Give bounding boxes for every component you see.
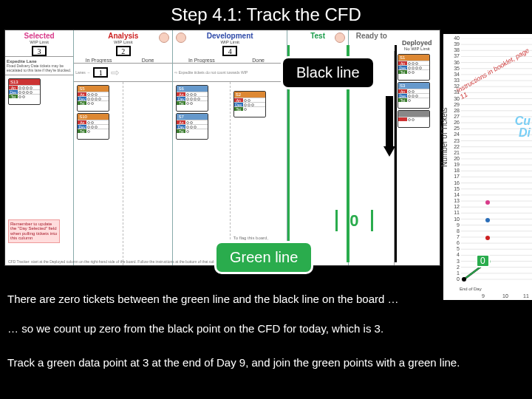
callout-green-line: Green line (214, 241, 313, 274)
caption-2: … so we count up zero from the black poi… (7, 322, 383, 335)
card-s3: S3 An Dev Tst (398, 82, 430, 109)
col-dev-sub: WIP Limit (173, 40, 287, 44)
ytick-31: 31 (449, 89, 460, 95)
r: Tst (78, 101, 86, 105)
card-s6: S6 An Dev Tst (176, 85, 208, 112)
expedite-note: Fixed Delivery Date tickets may be escal… (7, 64, 72, 72)
ytick-14: 14 (449, 192, 460, 197)
black-arrow-shaft (386, 96, 393, 148)
ytick-15: 15 (449, 186, 460, 191)
r: An (398, 89, 407, 93)
ytick-2: 2 (449, 265, 460, 270)
ytick-9: 9 (449, 222, 460, 228)
r: An (177, 120, 185, 124)
stage: Selected WIP Limit 3 Expedite Lane Fixed… (0, 28, 532, 398)
r: Dev (78, 97, 86, 100)
wip-analysis: 2 (116, 46, 131, 56)
r: An (78, 92, 86, 96)
ytick-35: 35 (449, 66, 460, 71)
r: Tst (234, 107, 243, 111)
ytick-27: 27 (449, 114, 460, 119)
r: Dev (234, 103, 243, 106)
caption-1: There are zero tickets between the green… (7, 293, 399, 305)
ytick-38: 38 (449, 47, 460, 52)
ytick-8: 8 (449, 228, 460, 233)
col-ready-head: Ready to (349, 30, 394, 41)
ytick-37: 37 (449, 53, 460, 58)
r: Dev (177, 97, 185, 100)
expedite-dev: ⇨ Expedite tickets do not count towards … (173, 63, 287, 82)
ytick-11: 11 (449, 210, 460, 215)
chart-zero-badge: 0 (476, 254, 490, 267)
ytick-17: 17 (449, 174, 460, 179)
ytick-23: 23 (449, 138, 460, 143)
callout-black-line: Black line (281, 56, 375, 89)
card-s1: S1 An Dev Tst (398, 54, 430, 81)
ytick-39: 39 (449, 41, 460, 47)
ytick-40: 40 (449, 35, 460, 41)
expedite-lane: Expedite Lane Fixed Delivery Date ticket… (5, 56, 73, 75)
r: Tst (177, 129, 185, 133)
black-arrow-head (383, 146, 395, 157)
ana-inprog: In Progress (74, 58, 123, 63)
caption-3: Track a green data point at 3 at the end… (7, 356, 460, 369)
ytick-6: 6 (449, 240, 460, 245)
ytick-30: 30 (449, 96, 460, 101)
card-s2: S2 An Dev Tst (233, 91, 266, 117)
ytick-34: 34 (449, 72, 460, 77)
r: An (234, 98, 243, 102)
card-s3-hdr: S3 (398, 83, 429, 89)
r: An (398, 61, 407, 65)
dev-inprog: In Progress (173, 58, 230, 63)
card-s10-hdr: S10 (78, 114, 109, 120)
wip-selected: 3 (32, 46, 47, 56)
r: An (78, 120, 86, 124)
r: Dev (398, 94, 407, 98)
zero-bracket-val: 0 (349, 211, 358, 230)
col-selected: Selected WIP Limit 3 Expedite Lane Fixed… (5, 30, 74, 265)
ytick-26: 26 (449, 120, 460, 125)
ytick-18: 18 (449, 168, 460, 173)
ytick-10: 10 (449, 216, 460, 222)
col-selected-head: Selected (5, 30, 73, 41)
col-analysis: Analysis WIP Limit 2 In ProgressDone Lan… (74, 30, 173, 265)
pt-pink-d9 (485, 200, 490, 205)
cfd-chart: Instructions in booklet, page 11 Cu Di N… (443, 34, 532, 300)
card-s13-hdr: S13 (9, 79, 40, 85)
row-c: Tst (9, 95, 18, 98)
ytick-13: 13 (449, 198, 460, 203)
pt-black-d8 (462, 277, 466, 282)
wip-dev: 4 (222, 46, 237, 56)
card-s5: S5 An Dev Tst (77, 85, 109, 112)
r: Tst (398, 98, 407, 102)
ytick-3: 3 (449, 259, 460, 264)
expedite-ana: Lanes → 1 ⇨ (74, 63, 172, 82)
r: Tst (78, 129, 86, 133)
page-title: Step 4.1: Track the CFD (0, 0, 532, 28)
ytick-16: 16 (449, 180, 460, 185)
ytick-24: 24 (449, 132, 460, 137)
row-b: Dev (9, 90, 18, 94)
xtick-10: 10 (502, 293, 508, 299)
r (398, 117, 407, 121)
ytick-19: 19 (449, 162, 460, 167)
r: Dev (78, 125, 86, 129)
ytick-4: 4 (449, 252, 460, 257)
ytick-33: 33 (449, 78, 460, 83)
card-extra (398, 110, 430, 128)
card-s2-hdr: S2 (234, 92, 265, 98)
dev-done: Done (230, 58, 287, 63)
card-s7: S7 An Dev Tst (176, 113, 208, 140)
chart-xlabel: End of Day (460, 287, 482, 291)
ytick-21: 21 (449, 150, 460, 155)
r: Tst (177, 101, 185, 105)
chart-ylabel: Number of Tickets (440, 107, 449, 167)
ytick-25: 25 (449, 126, 460, 131)
ytick-1: 1 (449, 270, 460, 276)
ytick-32: 32 (449, 83, 460, 89)
card-s1-hdr: S1 (398, 55, 429, 61)
avatar-test (335, 33, 345, 43)
note-remember: Remember to update the "Day Selected" fi… (8, 219, 60, 243)
card-s10: S10 An Dev Tst (77, 113, 109, 140)
xtick-11: 11 (523, 293, 529, 299)
